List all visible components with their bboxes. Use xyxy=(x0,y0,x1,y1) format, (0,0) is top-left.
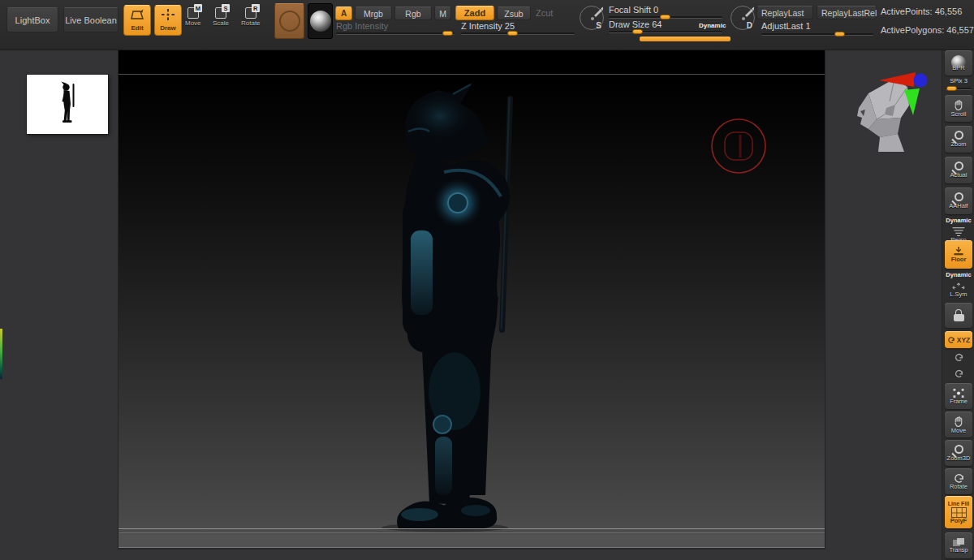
pen-icon xyxy=(592,5,605,18)
dynamic-floor-label: Dynamic xyxy=(942,271,974,278)
rotate-icon: R xyxy=(245,7,256,19)
spix-label: SPix 3 xyxy=(942,77,974,84)
active-polygons-stat: ActivePolygons: 46,557 xyxy=(881,25,974,35)
live-boolean-button[interactable]: Live Boolean xyxy=(63,7,119,32)
edit-gizmo-icon xyxy=(130,9,144,24)
stroke-d-button[interactable]: D xyxy=(730,6,755,30)
canvas-bottom-edge xyxy=(119,548,825,549)
draw-size-slider[interactable] xyxy=(609,31,722,33)
rotate-button[interactable]: R Rotate xyxy=(241,7,261,27)
xyz-rotation-button[interactable]: XYZ xyxy=(945,331,972,348)
scale-icon: S xyxy=(215,7,226,19)
replay-last-rel-button[interactable]: ReplayLastRel xyxy=(817,6,877,19)
move-canvas-button[interactable]: Move xyxy=(945,411,972,437)
zsub-button[interactable]: Zsub xyxy=(497,6,531,20)
aahalf-button[interactable]: AAHalf xyxy=(945,187,972,214)
magnifier-icon xyxy=(955,445,963,454)
floor-button[interactable]: Floor xyxy=(945,240,972,269)
spix-handle[interactable] xyxy=(946,86,957,91)
active-points-stat: ActivePoints: 46,556 xyxy=(881,6,962,16)
move-button[interactable]: M Move xyxy=(185,7,201,27)
frame-button[interactable]: Frame xyxy=(945,383,972,409)
focal-shift-slider[interactable] xyxy=(609,16,722,19)
perspective-lines-icon xyxy=(951,226,966,237)
line-fill-label: Line Fill xyxy=(948,501,969,507)
magnifier-icon xyxy=(955,162,963,170)
focal-shift-label: Focal Shift 0 xyxy=(609,5,658,15)
frame-corners-icon xyxy=(952,388,965,398)
replay-last-button[interactable]: ReplayLast xyxy=(756,6,813,19)
color-a-button[interactable]: A xyxy=(335,6,352,20)
move-icon: M xyxy=(187,7,199,19)
zoom-button[interactable]: Zoom xyxy=(945,126,972,153)
tool-thumbnail[interactable] xyxy=(27,75,108,134)
camera-orientation-gizmo[interactable] xyxy=(844,69,950,158)
z-intensity-slider[interactable] xyxy=(461,32,575,35)
brush-stroke-icon xyxy=(279,11,300,32)
z-rotation-button[interactable] xyxy=(945,366,972,381)
current-material-button[interactable] xyxy=(308,3,333,39)
draw-size-handle[interactable] xyxy=(632,29,643,34)
polyf-button[interactable]: Line Fill PolyF xyxy=(945,496,972,528)
rgb-intensity-label: Rgb Intensity xyxy=(336,21,388,31)
rgb-intensity-slider[interactable] xyxy=(336,32,455,35)
draw-crosshair-icon xyxy=(161,9,175,24)
right-shelf: BPR SPix 3 Scroll Zoom Actual AAHalf Dyn… xyxy=(942,45,974,560)
floor-band xyxy=(119,534,825,548)
transp-button[interactable]: Transp xyxy=(945,532,972,558)
active-tab-indicator xyxy=(640,37,730,41)
document-canvas[interactable] xyxy=(119,50,825,549)
current-brush-button[interactable] xyxy=(274,3,304,39)
zoom3d-button[interactable]: Zoom3D xyxy=(945,440,972,466)
left-tray-handle[interactable] xyxy=(0,329,2,379)
lowpoly-head-icon xyxy=(857,79,909,152)
rotation-arrow-icon xyxy=(954,369,964,378)
spix-slider[interactable] xyxy=(946,88,972,90)
actual-button[interactable]: Actual xyxy=(945,157,972,183)
axis-z-icon[interactable] xyxy=(914,74,928,88)
scroll-button[interactable]: Scroll xyxy=(945,95,972,122)
local-pivot-button[interactable] xyxy=(945,303,972,328)
adjust-last-slider[interactable] xyxy=(761,33,873,36)
mrgb-button[interactable]: Mrgb xyxy=(355,6,392,20)
thumbnail-silhouette xyxy=(27,75,108,134)
top-toolbar: LightBox Live Boolean Edit Draw M Move S… xyxy=(0,0,974,50)
y-rotation-button[interactable] xyxy=(945,350,972,365)
magnifier-icon xyxy=(955,192,963,201)
z-intensity-handle[interactable] xyxy=(507,31,518,36)
polyframe-grid-icon xyxy=(951,507,967,518)
lightbox-button[interactable]: LightBox xyxy=(6,7,58,32)
hand-icon xyxy=(952,99,965,111)
zcut-button[interactable]: Zcut xyxy=(536,8,553,18)
lsym-button[interactable]: L.Sym xyxy=(945,279,972,300)
sculpt-scene xyxy=(119,50,825,549)
material-sphere-icon xyxy=(310,11,331,32)
brush-cursor xyxy=(712,119,765,173)
floor-grid-line xyxy=(119,532,825,533)
rgb-intensity-handle[interactable] xyxy=(442,31,453,36)
pen-icon xyxy=(743,5,756,18)
scale-button[interactable]: S Scale xyxy=(213,7,229,27)
rotation-arrow-icon xyxy=(954,353,964,362)
adjust-last-handle[interactable] xyxy=(834,32,845,37)
bpr-button[interactable]: BPR xyxy=(945,50,972,75)
rotation-arrow-icon xyxy=(947,336,955,344)
symmetry-arrows-icon xyxy=(951,282,966,291)
dynamic-mode-label[interactable]: Dynamic xyxy=(699,22,726,29)
zbrush-window: LightBox Live Boolean Edit Draw M Move S… xyxy=(0,0,974,560)
rotate-arrow-icon xyxy=(953,473,965,484)
draw-size-label: Draw Size 64 xyxy=(609,19,662,29)
rotate-canvas-button[interactable]: Rotate xyxy=(945,468,972,494)
stroke-s-button[interactable]: S xyxy=(580,6,604,30)
magnifier-icon xyxy=(955,131,963,140)
floor-grid-line xyxy=(119,528,825,529)
zadd-button[interactable]: Zadd xyxy=(455,6,494,20)
z-intensity-label: Z Intensity 25 xyxy=(461,21,515,31)
hand-icon xyxy=(952,416,965,428)
draw-button[interactable]: Draw xyxy=(154,5,182,36)
edit-button[interactable]: Edit xyxy=(123,5,151,36)
m-button[interactable]: M xyxy=(434,6,451,20)
adjust-last-label: AdjustLast 1 xyxy=(761,21,811,31)
rgb-button[interactable]: Rgb xyxy=(394,6,432,20)
lock-icon xyxy=(954,312,964,322)
